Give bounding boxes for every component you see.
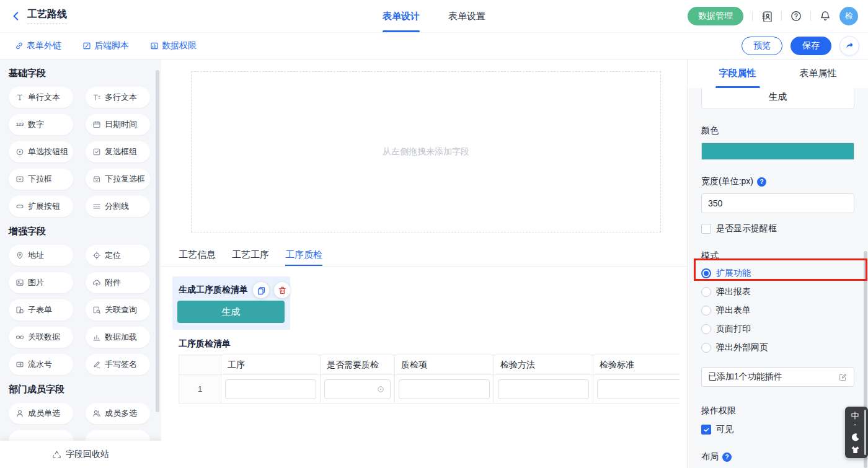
bell-icon[interactable] [820, 11, 831, 22]
generate-button[interactable]: 生成 [177, 301, 285, 323]
share-icon[interactable] [839, 36, 859, 56]
field-item[interactable]: 单行文本 [9, 87, 73, 108]
plugin-field[interactable]: 已添加1个功能插件 [701, 367, 854, 387]
header-tabs: 表单设计表单设置 [383, 0, 485, 32]
field-item[interactable]: 流水号 [9, 354, 73, 375]
field-grid: 地址定位图片附件子表单关联查询关联数据数据加载流水号手写签名 [9, 245, 153, 375]
width-input[interactable] [701, 193, 854, 213]
field-item[interactable]: 数据加载 [86, 327, 150, 348]
table-cell-input[interactable] [399, 379, 490, 399]
link-icon [15, 42, 24, 50]
back-icon[interactable] [11, 11, 21, 21]
field-item[interactable]: 成员多选 [86, 403, 150, 424]
table-cell [395, 375, 494, 404]
field-item[interactable]: 下拉复选框 [86, 169, 150, 190]
field-item[interactable]: 地址 [9, 245, 73, 266]
field-item[interactable]: 123数字 [9, 114, 73, 135]
field-item[interactable]: 关联数据 [9, 327, 73, 348]
punctuation-icon[interactable]: ’ [854, 425, 856, 429]
button-preview[interactable]: 生成 [701, 88, 854, 109]
sidebar-scrollbar[interactable] [156, 70, 159, 412]
field-item[interactable]: 图片 [9, 272, 73, 293]
dropzone[interactable]: 从左侧拖拽来添加字段 [191, 71, 661, 232]
field-item-label: 附件 [105, 277, 121, 288]
save-button[interactable]: 保存 [790, 37, 831, 55]
table-column-header: 是否需要质检 [321, 355, 395, 375]
selected-field-widget[interactable]: 生成工序质检清单 生成 [172, 276, 290, 330]
mode-option-2[interactable]: 弹出表单 [701, 301, 854, 320]
relation-icon [16, 333, 24, 342]
mode-option-4[interactable]: 弹出外部网页 [701, 338, 854, 357]
canvas-tab-1[interactable]: 工艺工序 [232, 244, 269, 266]
trash-icon[interactable] [274, 282, 290, 298]
help-icon[interactable] [790, 11, 802, 22]
mode-option-3[interactable]: 页面打印 [701, 320, 854, 338]
field-item[interactable]: 关联查询 [86, 299, 150, 320]
toolbar-link-0[interactable]: 表单外链 [15, 40, 61, 51]
layout-label-text: 布局 [701, 451, 719, 462]
canvas-tab-2[interactable]: 工序质检 [285, 244, 322, 266]
field-item[interactable]: 扩展按钮 [9, 196, 73, 217]
visible-checkbox-row[interactable]: 可见 [701, 424, 854, 435]
field-item[interactable]: 单选按钮组 [9, 141, 73, 162]
preview-button[interactable]: 预览 [742, 37, 782, 55]
mode-option-label: 扩展功能 [716, 268, 751, 279]
table-cell-input[interactable] [324, 379, 391, 399]
sidebar-section-title: 基础字段 [9, 68, 153, 79]
visible-checkbox-label: 可见 [716, 424, 733, 435]
color-swatch[interactable] [701, 143, 854, 160]
radio-icon[interactable] [701, 287, 711, 297]
image-icon [16, 278, 24, 287]
panel-tab-1[interactable]: 表单属性 [796, 59, 841, 88]
data-manage-button[interactable]: 数据管理 [688, 7, 743, 25]
canvas-tab-0[interactable]: 工艺信息 [179, 244, 216, 266]
field-item[interactable]: 定位 [86, 245, 150, 266]
header-tab-0[interactable]: 表单设计 [383, 0, 420, 32]
top-header: 工艺路线 表单设计表单设置 数据管理 检 [0, 0, 868, 33]
shirt-icon[interactable] [851, 445, 860, 454]
mode-option-0[interactable]: 扩展功能 [701, 264, 854, 283]
field-item[interactable]: 子表单 [9, 299, 73, 320]
moon-icon[interactable] [851, 433, 860, 442]
radio-indicator-icon [376, 385, 385, 394]
radio-icon[interactable] [701, 343, 711, 353]
field-recycle-bin[interactable]: 字段回收站 [0, 441, 161, 468]
table-column-header: 工序 [221, 355, 321, 375]
reminder-checkbox[interactable] [701, 224, 711, 234]
field-item[interactable]: 下拉框 [9, 169, 73, 190]
field-item[interactable]: 分割线 [86, 196, 150, 217]
field-item-label: 子表单 [28, 304, 52, 316]
table-cell-input[interactable] [597, 379, 680, 399]
reminder-checkbox-row[interactable]: 是否显示提醒框 [701, 223, 854, 234]
subtable-title: 工序质检清单 [179, 338, 231, 350]
field-item[interactable]: 成员单选 [9, 403, 73, 424]
ime-language-indicator[interactable]: 中 [851, 410, 859, 422]
field-item[interactable]: 多行文本 [86, 87, 150, 108]
field-item[interactable]: 日期时间 [86, 114, 150, 135]
field-item[interactable]: 手写签名 [86, 354, 150, 375]
visible-checkbox[interactable] [701, 425, 711, 435]
toolbar-link-2[interactable]: 数据权限 [150, 40, 197, 51]
mode-option-1[interactable]: 弹出报表 [701, 283, 854, 301]
signature-icon [92, 360, 101, 369]
edit-icon[interactable] [838, 373, 848, 382]
table-cell-input[interactable] [225, 379, 316, 399]
width-label-text: 宽度(单位:px) [701, 176, 753, 187]
help-badge-icon[interactable]: ? [722, 453, 732, 462]
ime-toolbar[interactable]: 中 ’ [845, 407, 868, 458]
field-item[interactable]: 附件 [86, 272, 150, 293]
help-badge-icon[interactable]: ? [757, 177, 766, 187]
field-item[interactable]: 复选框组 [86, 141, 150, 162]
copy-icon[interactable] [253, 282, 269, 298]
radio-icon[interactable] [701, 306, 711, 316]
contacts-icon[interactable] [761, 11, 773, 22]
table-cell-input[interactable] [498, 379, 589, 399]
radio-icon[interactable] [701, 324, 711, 334]
toolbar-link-1[interactable]: 后端脚本 [82, 40, 129, 51]
attachment-icon [92, 278, 101, 287]
avatar[interactable]: 检 [839, 7, 858, 25]
table-cell [321, 375, 395, 404]
panel-tab-0[interactable]: 字段属性 [715, 59, 760, 88]
header-tab-1[interactable]: 表单设置 [448, 0, 485, 32]
radio-icon[interactable] [701, 268, 711, 278]
